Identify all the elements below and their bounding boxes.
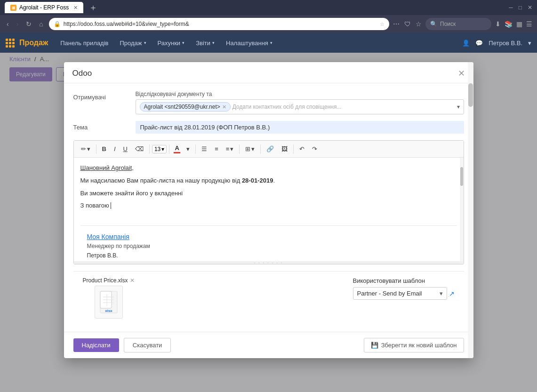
modal-footer: Надіслати Скасувати 💾 Зберегти як новий … [64,332,473,358]
extension-icon[interactable]: ⋯ [393,20,400,28]
user-name[interactable]: Петров В.В. [489,40,522,47]
refresh-button[interactable]: ↻ [24,19,33,29]
menu-icon[interactable]: ☰ [526,20,532,28]
editor-scrollbar[interactable] [460,158,464,261]
address-bar[interactable]: 🔒 https://odoo.foss.ua/web#id=10&view_ty… [49,18,389,30]
browser-titlebar: ▦ Agrolait - ERP Foss ✕ ＋ ─ □ ✕ [0,0,537,15]
color-bar [174,152,180,153]
eraser-icon: ⌫ [135,145,144,152]
sidebar-icon[interactable]: ▦ [516,20,522,28]
bookmark-icon[interactable]: ☆ [380,21,385,27]
italic-button[interactable]: I [111,144,119,154]
color-dropdown-button[interactable]: ▾ [183,144,193,154]
signature-name: Петров В.В. [87,251,450,260]
attachment-item: Product Price.xlsx ✕ [83,277,135,319]
bold-button[interactable]: B [99,144,110,154]
chevron-down-icon: ▾ [270,40,273,45]
font-size-arrow: ▾ [161,146,164,152]
editor-regards: З повагою [80,201,457,211]
user-menu-arrow[interactable]: ▾ [528,40,531,47]
redo-button[interactable]: ↷ [309,144,321,154]
align-button[interactable]: ≡ ▾ [223,144,237,154]
text-cursor [111,202,111,209]
unordered-list-button[interactable]: ☰ [198,144,210,154]
attachment-remove-button[interactable]: ✕ [130,277,135,284]
browser-tab[interactable]: ▦ Agrolait - ERP Foss ✕ [5,2,83,13]
attachment-filename: Product Price.xlsx [83,277,128,284]
greeting-text: Шановний Agrolait, [80,164,134,171]
toolbar-separator-2 [149,144,150,154]
nav-item-dashboard[interactable]: Панель приладів [56,38,113,48]
app-header: Продаж Панель приладів Продаж ▾ Рахунки … [0,33,537,53]
forward-button[interactable]: › [15,19,21,29]
download-icon[interactable]: ⬇ [495,20,501,28]
italic-icon: I [114,145,116,152]
toolbar-separator-3 [169,144,169,154]
table-dropdown-arrow: ▾ [251,145,255,152]
email-modal: Odoo ✕ Отримувачі Відслідковувачі докуме… [64,62,473,358]
recipients-control: Відслідковувачі документу та Agrolait <s… [136,91,464,114]
redo-icon: ↷ [312,145,317,152]
save-template-button[interactable]: 💾 Зберегти як новий шаблон [364,338,464,352]
modal-close-button[interactable]: ✕ [458,69,465,78]
attachment-area: Product Price.xlsx ✕ [83,277,135,319]
image-button[interactable]: 🖼 [278,144,291,154]
template-label: Використовувати шаблон [353,277,455,284]
eraser-button[interactable]: ⌫ [132,144,147,154]
pen-icon: ✏ [81,145,86,152]
link-button[interactable]: 🔗 [263,144,277,154]
subject-input[interactable] [136,121,464,134]
send-button[interactable]: Надіслати [73,338,119,352]
remove-recipient-button[interactable]: ✕ [222,104,226,110]
user-icon[interactable]: 👤 [462,40,470,47]
nav-item-reports[interactable]: Звіти ▾ [191,38,219,48]
svg-text:xlsx: xlsx [105,309,112,313]
shield-icon[interactable]: 🛡 [404,20,411,28]
search-box[interactable]: 🔍 Поиск [425,18,491,30]
underline-icon: U [123,145,128,152]
template-dropdown[interactable]: Partner - Send by Email ▾ [353,287,447,300]
recipient-name: Agrolait <snt290559@ukr.net> [144,104,220,110]
home-button[interactable]: ⌂ [37,19,45,29]
color-icon: A [175,144,179,152]
toolbar-separator-4 [195,144,196,154]
signature-role: Менеджер по продажам [87,242,450,251]
page-background: Клієнти / А... Редагувати Відправити лис… [0,53,537,392]
toolbar-separator-6 [260,144,261,154]
template-selector: Partner - Send by Email ▾ ↗ [353,287,455,300]
nav-item-invoices[interactable]: Рахунки ▾ [153,38,190,48]
color-button[interactable]: A [172,144,182,154]
messages-icon[interactable]: 💬 [475,40,483,47]
link-icon: 🔗 [266,145,274,152]
close-button[interactable]: ✕ [528,4,532,11]
star-icon[interactable]: ☆ [416,20,422,28]
nav-item-settings[interactable]: Налаштування ▾ [221,38,277,48]
maximize-button[interactable]: □ [519,4,522,11]
recipient-tag[interactable]: Agrolait <snt290559@ukr.net> ✕ [140,102,231,112]
bookmarks-icon[interactable]: 📚 [505,20,513,28]
font-size-selector[interactable]: 13 ▾ [152,145,167,153]
subject-row: Тема [73,121,464,134]
browser-urlbar: ‹ › ↻ ⌂ 🔒 https://odoo.foss.ua/web#id=10… [0,15,537,33]
cancel-button[interactable]: Скасувати [124,338,171,352]
align-dropdown-arrow: ▾ [230,145,233,152]
undo-button[interactable]: ↶ [296,144,308,154]
template-external-link[interactable]: ↗ [449,290,455,297]
underline-button[interactable]: U [120,144,131,154]
minimize-button[interactable]: ─ [509,4,513,11]
modal-scrollbar[interactable] [468,62,473,358]
ordered-list-button[interactable]: ≡ [211,144,222,154]
template-dropdown-arrow: ▾ [440,290,443,297]
pen-dropdown-button[interactable]: ✏ ▾ [78,144,94,154]
table-button[interactable]: ⊞ ▾ [242,144,258,154]
new-tab-button[interactable]: ＋ [89,2,97,13]
editor-resize-handle[interactable]: · · · · · · · [74,261,464,264]
tab-close-button[interactable]: ✕ [73,5,78,11]
signature-phone: телефон: 067-123-45-67 [87,260,450,261]
recipients-dropdown-arrow[interactable]: ▾ [457,104,460,110]
recipients-field[interactable]: Agrolait <snt290559@ukr.net> ✕ Додати ко… [136,99,464,114]
back-button[interactable]: ‹ [5,19,11,29]
editor-content[interactable]: Шановний Agrolait, Ми надсилаємо Вам пра… [74,158,464,261]
toolbar-separator-5 [239,144,240,154]
nav-item-sales[interactable]: Продаж ▾ [115,38,151,48]
